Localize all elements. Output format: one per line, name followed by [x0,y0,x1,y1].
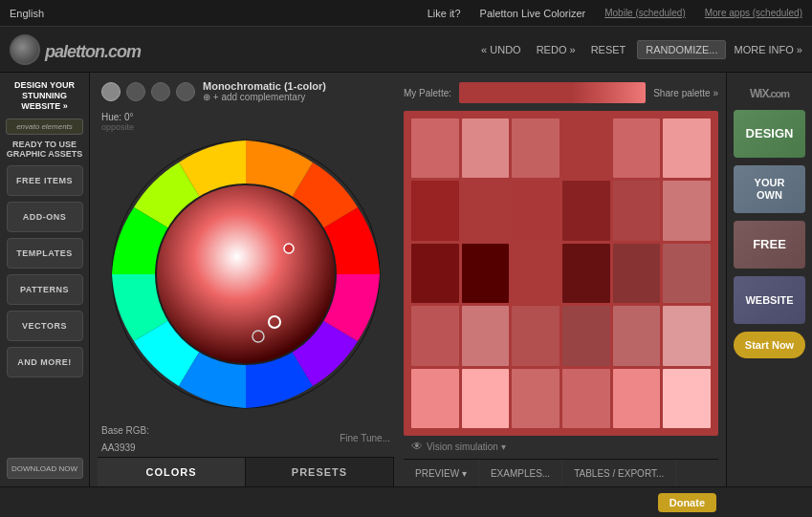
mode-3-button[interactable] [151,82,170,101]
wix-free-button[interactable]: FREE [734,221,805,269]
palette-cell[interactable] [663,118,711,178]
wix-logo: WiX.com [750,82,789,102]
mode-4-button[interactable] [176,82,195,101]
palette-preview-bar [459,82,646,103]
palette-cell[interactable] [562,244,610,303]
wheel-tabs: COLORS PRESETS [98,457,394,486]
palette-cell[interactable] [613,244,661,303]
preview-tab[interactable]: PREVIEW ▾ [404,460,479,486]
mobile-label: Mobile (scheduled) [604,8,686,18]
palette-cell[interactable] [462,306,510,365]
top-bar: English Like it? Paletton Live Colorizer… [0,0,812,27]
share-palette-button[interactable]: Share palette » [653,88,718,98]
tables-tab[interactable]: TABLES / EXPORT... [562,460,676,486]
patterns-button[interactable]: PATTERNS [7,274,83,305]
undo-button[interactable]: « UNDO [477,42,525,57]
redo-button[interactable]: REDO » [533,42,580,57]
center-content: Monochromatic (1-color) ⊕ + add compleme… [90,73,726,486]
palette-cell[interactable] [663,181,711,240]
logo-icon [10,34,40,65]
palette-cell[interactable] [663,306,711,365]
palette-cell[interactable] [411,244,459,303]
donate-button[interactable]: Donate [658,493,716,512]
like-it-button[interactable]: Like it? [428,8,461,19]
palette-cell[interactable] [411,369,459,428]
palette-cell[interactable] [613,306,661,365]
palette-cell[interactable] [462,369,510,428]
svg-point-2 [157,185,335,363]
presets-tab[interactable]: PRESETS [246,458,394,486]
palette-panel: My Palette: Share palette » [404,80,718,486]
palette-cell[interactable] [663,244,711,303]
toolbar-buttons: « UNDO REDO » RESET RANDOMIZE... MORE IN… [477,40,802,59]
wix-design-button[interactable]: DESIGN [734,110,805,158]
palette-cell[interactable] [462,181,510,240]
palette-cell[interactable] [512,244,560,303]
mode-info: Monochromatic (1-color) ⊕ + add compleme… [203,80,390,102]
palette-bottom-tabs: PREVIEW ▾ EXAMPLES... TABLES / EXPORT... [404,459,718,486]
ready-label: READY TO USE GRAPHIC ASSETS [6,140,83,160]
mode-2-button[interactable] [126,82,145,101]
color-wheel-container[interactable] [107,136,384,413]
download-button[interactable]: DOWNLOAD NOW [7,458,83,479]
sidebar-header: DESIGN YOUR STUNNING WEBSITE » [6,80,83,111]
palette-cell[interactable] [613,181,661,240]
mode-title: Monochromatic (1-color) [203,80,390,92]
logo-text: paletton.com [45,34,141,64]
add-ons-button[interactable]: ADD-ONS [7,202,83,232]
wheel-panel: Monochromatic (1-color) ⊕ + add compleme… [98,80,394,486]
palette-cell[interactable] [512,306,560,365]
vision-simulation-button[interactable]: Vision simulation ▾ [427,442,506,452]
palette-cell[interactable] [663,369,711,428]
palette-cell[interactable] [411,118,459,178]
main-layout: DESIGN YOUR STUNNING WEBSITE » envato el… [0,73,812,486]
palette-cell[interactable] [512,118,560,178]
add-complementary-icon: ⊕ [203,92,210,102]
vectors-button[interactable]: VECTORS [7,311,83,341]
base-info: Base RGB: AA3939 Fine Tune... [98,419,394,457]
palette-cell[interactable] [411,306,459,365]
base-rgb-label: Base RGB: AA3939 [101,420,149,455]
palette-cell[interactable] [411,181,459,240]
palette-cell[interactable] [613,118,661,178]
wix-website-button[interactable]: WEBSITE [734,276,805,324]
palette-cell[interactable] [613,369,661,428]
palette-cell[interactable] [462,118,510,178]
palette-cell[interactable] [562,369,610,428]
mode-subtitle[interactable]: ⊕ + add complementary [203,92,390,102]
palette-cell[interactable] [562,118,610,178]
colors-tab[interactable]: COLORS [98,458,246,486]
logo-area: paletton.com [10,34,141,65]
envato-badge: envato elements [6,118,83,135]
palette-header: My Palette: Share palette » [404,80,718,105]
free-items-button[interactable]: FREE ITEMS [7,165,83,196]
more-info-button[interactable]: MORE INFO » [734,44,802,55]
palette-cell[interactable] [462,244,510,303]
mode-1-button[interactable] [101,82,121,101]
randomize-button[interactable]: RANDOMIZE... [637,40,726,59]
palette-cell[interactable] [562,181,610,240]
envato-label: envato elements [12,122,77,131]
app-name-label: Paletton Live Colorizer [480,8,586,19]
palette-cell[interactable] [562,306,610,365]
wix-your-own-button[interactable]: YOUR OWN [734,165,805,213]
left-sidebar: DESIGN YOUR STUNNING WEBSITE » envato el… [0,73,90,486]
vision-icon: 👁 [411,440,423,453]
palette-cell[interactable] [512,369,560,428]
mode-circles [101,82,195,101]
color-area: Monochromatic (1-color) ⊕ + add compleme… [90,73,726,486]
and-more-button[interactable]: AND MORE! [7,347,83,377]
logo-bar: paletton.com « UNDO REDO » RESET RANDOMI… [0,27,812,73]
templates-button[interactable]: TEMPLATES [7,238,83,269]
palette-grid [404,111,718,436]
mode-selector: Monochromatic (1-color) ⊕ + add compleme… [98,80,394,102]
bottom-row: Donate [0,486,812,517]
language-selector[interactable]: English [10,8,44,19]
examples-tab[interactable]: EXAMPLES... [479,460,562,486]
fine-tune-button[interactable]: Fine Tune... [340,433,390,443]
reset-button[interactable]: RESET [587,42,630,57]
start-now-button[interactable]: Start Now [734,332,805,358]
palette-cell[interactable] [512,181,560,240]
color-wheel-svg[interactable] [107,136,384,413]
vision-row: 👁 Vision simulation ▾ [404,440,718,453]
